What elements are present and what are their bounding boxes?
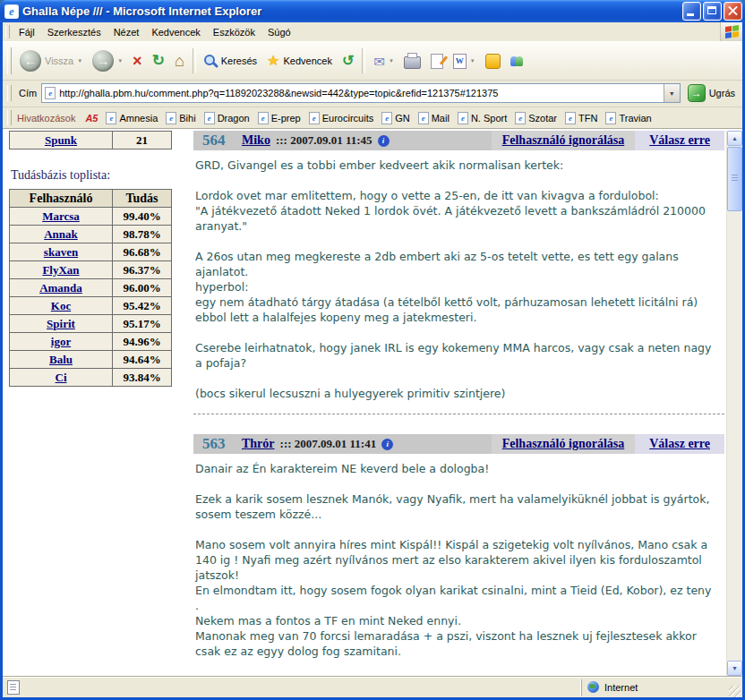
minimize-button[interactable] bbox=[682, 2, 701, 21]
address-input[interactable]: e http://ghalla.pbm.hu/comment.php?q=118… bbox=[41, 83, 680, 103]
user-link[interactable]: Spirit bbox=[47, 317, 75, 330]
links-bar-label: Hivatkozások bbox=[15, 113, 81, 124]
reply-link[interactable]: Válasz erre bbox=[649, 133, 710, 148]
edit-with-word-button[interactable]: W ▼ bbox=[449, 51, 480, 72]
mail-button[interactable]: ✉ ▼ bbox=[369, 52, 398, 71]
resize-grip[interactable] bbox=[729, 686, 741, 697]
mail-dropdown-icon: ▼ bbox=[389, 58, 394, 64]
document-status-icon bbox=[7, 680, 20, 695]
table-row: Balu 94.64% bbox=[10, 351, 172, 369]
standard-buttons-bar: ← Vissza ▼ → ▼ × ↻ ⌂ Keresés bbox=[3, 41, 742, 81]
links-item-amnesia[interactable]: e Amnesia bbox=[102, 110, 161, 126]
close-button[interactable] bbox=[724, 2, 742, 21]
word-icon: W bbox=[453, 54, 467, 69]
addressbar-grip[interactable] bbox=[7, 85, 12, 101]
ignore-user-link[interactable]: Felhasználó ignorálása bbox=[502, 133, 625, 148]
post-author-link[interactable]: Miko bbox=[242, 133, 270, 148]
scroll-up-button[interactable]: ▲ bbox=[727, 131, 742, 146]
menu-file[interactable]: Fájl bbox=[13, 24, 41, 40]
user-link[interactable]: FlyXan bbox=[42, 263, 79, 277]
link-favicon: e bbox=[258, 112, 269, 124]
home-button[interactable]: ⌂ bbox=[170, 50, 189, 72]
user-link[interactable]: skaven bbox=[44, 245, 78, 259]
user-link[interactable]: Ci bbox=[56, 371, 67, 384]
links-item-eprep[interactable]: e E-prep bbox=[254, 110, 304, 126]
link-favicon: e bbox=[309, 112, 320, 124]
menu-view[interactable]: Nézet bbox=[107, 24, 146, 40]
user-link[interactable]: igor bbox=[51, 335, 71, 348]
user-link[interactable]: Marcsa bbox=[42, 209, 80, 223]
title-bar[interactable]: e Ghalla Népe /// - Microsoft Internet E… bbox=[0, 0, 745, 22]
links-item-tfn[interactable]: e TFN bbox=[561, 110, 601, 126]
ignore-user-link[interactable]: Felhasználó ignorálása bbox=[502, 437, 625, 451]
scrollbar-thumb[interactable] bbox=[727, 147, 742, 211]
ignore-user-cell: Felhasználó ignorálása bbox=[492, 434, 636, 454]
user-link[interactable]: Balu bbox=[49, 353, 73, 366]
user-value: 94.64% bbox=[123, 353, 160, 366]
user-link-spunk[interactable]: Spunk bbox=[45, 133, 77, 147]
contacts-button[interactable] bbox=[506, 54, 527, 69]
links-item-nsport[interactable]: e N. Sport bbox=[454, 110, 510, 126]
stop-button[interactable]: × bbox=[128, 50, 147, 72]
links-item-bihi[interactable]: e Bihi bbox=[162, 110, 199, 126]
menubar-grip[interactable] bbox=[5, 25, 10, 38]
vertical-scrollbar[interactable]: ▲ ▼ bbox=[726, 131, 742, 676]
links-item-mail[interactable]: e Mail bbox=[415, 110, 453, 126]
post-body: GRD, Givangel es a tobbi ember kedveert … bbox=[193, 150, 716, 410]
links-item-label: N. Sport bbox=[471, 113, 507, 124]
back-button[interactable]: ← Vissza ▼ bbox=[15, 47, 87, 74]
messenger-button[interactable] bbox=[481, 51, 505, 72]
table-row: FlyXan 96.37% bbox=[10, 261, 172, 279]
post-body: Danair az Én karaktereim NE keverd bele … bbox=[193, 454, 716, 676]
forward-button[interactable]: → ▼ bbox=[88, 47, 127, 74]
post-date: ::: 2007.09.01 11:45 bbox=[276, 133, 372, 148]
scroll-down-button[interactable]: ▼ bbox=[727, 661, 742, 676]
refresh-button[interactable]: ↻ bbox=[148, 50, 169, 72]
favorites-button[interactable]: ★ Kedvencek bbox=[262, 51, 337, 71]
links-item-dragon[interactable]: e Dragon bbox=[201, 110, 253, 126]
contacts-icon bbox=[510, 56, 523, 66]
links-item-eurocircuits[interactable]: e Eurocircuits bbox=[305, 110, 377, 126]
info-icon[interactable]: i bbox=[381, 439, 393, 450]
address-url[interactable]: http://ghalla.pbm.hu/comment.php?q=11892… bbox=[59, 88, 659, 98]
table-row: Koc 95.42% bbox=[10, 297, 172, 315]
forum-thread: 564 Miko ::: 2007.09.01 11:45 i Felhaszn… bbox=[177, 131, 726, 676]
links-item-szotar[interactable]: e Szotar bbox=[511, 110, 561, 126]
user-value: 93.84% bbox=[123, 371, 160, 384]
go-button[interactable]: → Ugrás bbox=[685, 83, 738, 103]
user-link[interactable]: Annak bbox=[44, 227, 78, 241]
back-icon: ← bbox=[20, 50, 41, 72]
window-frame: Fájl Szerkesztés Nézet Kedvencek Eszközö… bbox=[0, 22, 745, 700]
address-bar: Cím e http://ghalla.pbm.hu/comment.php?q… bbox=[3, 81, 742, 107]
user-link[interactable]: Koc bbox=[51, 299, 71, 312]
reply-link[interactable]: Válasz erre bbox=[649, 437, 710, 451]
menu-help[interactable]: Súgó bbox=[261, 24, 297, 40]
info-icon[interactable]: i bbox=[378, 135, 390, 147]
toolbar-separator bbox=[362, 48, 365, 73]
links-item-travian[interactable]: e Travian bbox=[602, 110, 655, 126]
history-button[interactable]: ↺ bbox=[338, 51, 358, 71]
print-button[interactable] bbox=[399, 51, 425, 72]
edit-button[interactable] bbox=[426, 51, 448, 72]
menu-favorites[interactable]: Kedvencek bbox=[145, 24, 206, 40]
search-label: Keresés bbox=[221, 55, 257, 66]
linksbar-grip[interactable] bbox=[7, 110, 12, 124]
links-item-label: Dragon bbox=[218, 113, 250, 124]
post-author-link[interactable]: Thrór bbox=[242, 437, 275, 451]
edit-icon bbox=[431, 54, 443, 69]
links-item-a5[interactable]: A5 bbox=[81, 111, 101, 125]
search-button[interactable]: Keresés bbox=[200, 52, 261, 71]
menu-tools[interactable]: Eszközök bbox=[207, 24, 261, 40]
back-label: Vissza bbox=[45, 55, 73, 66]
links-item-label: E-prep bbox=[271, 113, 301, 124]
maximize-button[interactable] bbox=[703, 2, 722, 21]
menu-edit[interactable]: Szerkesztés bbox=[41, 24, 107, 40]
address-dropdown-button[interactable]: ▼ bbox=[664, 84, 680, 102]
address-label: Cím bbox=[19, 88, 37, 98]
toolbar-grip[interactable] bbox=[7, 47, 12, 73]
links-item-label: Travian bbox=[619, 113, 651, 124]
scrollbar-track[interactable] bbox=[727, 146, 742, 661]
user-link[interactable]: Amanda bbox=[39, 281, 82, 295]
links-item-gn[interactable]: e GN bbox=[378, 110, 414, 126]
status-left-pane bbox=[7, 679, 579, 696]
